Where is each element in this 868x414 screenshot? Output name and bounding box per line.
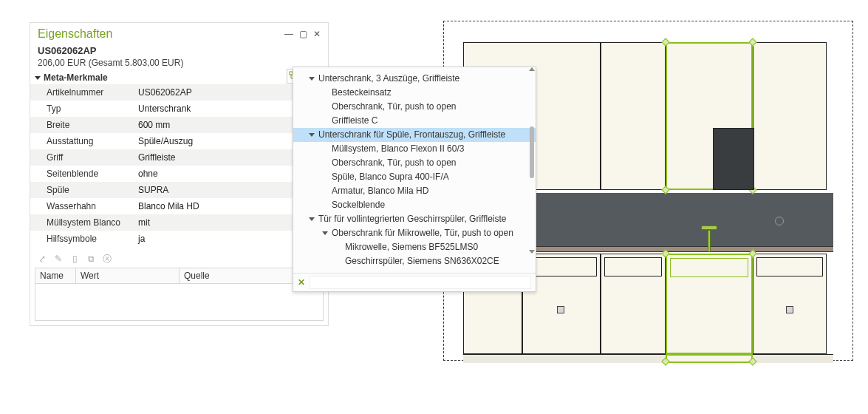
scroll-down-icon[interactable] bbox=[529, 250, 535, 254]
tree-item[interactable]: Griffleiste C bbox=[293, 114, 536, 128]
drawer bbox=[670, 258, 748, 277]
property-row[interactable]: Breite600 mm bbox=[30, 117, 328, 133]
tree-item-label: Oberschrank für Mikrowelle, Tür, push to… bbox=[330, 227, 528, 240]
chevron-down-icon bbox=[35, 76, 41, 80]
property-row[interactable]: Müllsystem Blancomit bbox=[30, 214, 328, 231]
tree-item[interactable]: Sockelblende bbox=[293, 198, 536, 212]
hob-ring-icon bbox=[775, 217, 784, 225]
scrollbar[interactable] bbox=[530, 69, 534, 252]
property-row[interactable]: AusstattungSpüle/Auszug bbox=[30, 133, 328, 149]
maximize-icon[interactable]: ▢ bbox=[299, 30, 307, 38]
tree-item[interactable]: Unterschrank für Spüle, Frontauszug, Gri… bbox=[293, 128, 536, 142]
handle-icon bbox=[786, 306, 793, 313]
tree-item-label: Unterschrank, 3 Auszüge, Griffleiste bbox=[317, 72, 528, 85]
chevron-down-icon[interactable] bbox=[307, 217, 317, 221]
custom-attributes-area: ⤤ ✎ ▯ ⧉ ⓧ Name Wert Quelle bbox=[30, 247, 328, 325]
drawer bbox=[756, 257, 823, 276]
item-code: US062062AP bbox=[30, 45, 328, 56]
toekick bbox=[463, 354, 833, 363]
base-cabinet-selected[interactable] bbox=[666, 254, 753, 354]
filter-input[interactable] bbox=[310, 276, 531, 289]
copy-icon[interactable]: ⧉ bbox=[85, 253, 97, 265]
base-cabinet[interactable] bbox=[601, 254, 666, 354]
eyedropper-icon[interactable]: ✎ bbox=[52, 253, 64, 265]
tree-item[interactable]: Spüle, Blanco Supra 400-IF/A bbox=[293, 170, 536, 184]
tree-item-label: Armatur, Blanco Mila HD bbox=[330, 185, 528, 197]
tree-item[interactable]: Geschirrspüler, Siemens SN636X02CE bbox=[293, 254, 536, 268]
tree-item-label: Griffleiste C bbox=[330, 115, 528, 127]
drawer bbox=[604, 257, 662, 276]
panel-header: Eigenschaften — ▢ ✕ bbox=[30, 23, 328, 42]
col-value[interactable]: Wert bbox=[76, 268, 180, 283]
hierarchy-popup: Unterschrank, 3 Auszüge, GriffleisteBest… bbox=[293, 67, 536, 292]
property-label: Ausstattung bbox=[30, 133, 134, 149]
attr-columns: Name Wert Quelle bbox=[35, 268, 324, 284]
tree-item-label: Geschirrspüler, Siemens SN636X02CE bbox=[344, 255, 528, 268]
property-row[interactable]: GriffGriffleiste bbox=[30, 149, 328, 166]
delete-icon[interactable]: ⓧ bbox=[101, 253, 113, 265]
attr-body-empty bbox=[35, 284, 324, 321]
add-icon[interactable]: ⤤ bbox=[36, 253, 48, 265]
tree-item[interactable]: Oberschrank für Mikrowelle, Tür, push to… bbox=[293, 226, 536, 240]
property-label: Breite bbox=[30, 117, 134, 133]
property-row[interactable]: Hilfssymboleja bbox=[30, 231, 328, 247]
minimize-icon[interactable]: — bbox=[284, 30, 293, 38]
hierarchy-tree[interactable]: Unterschrank, 3 Auszüge, GriffleisteBest… bbox=[293, 67, 536, 273]
attribute-toolbar: ⤤ ✎ ▯ ⧉ ⓧ bbox=[36, 253, 324, 265]
tree-item-label: Unterschrank für Spüle, Frontauszug, Gri… bbox=[317, 129, 528, 141]
tree-item-label: Spüle, Blanco Supra 400-IF/A bbox=[330, 171, 528, 183]
microwave-panel[interactable] bbox=[713, 128, 754, 190]
tree-item[interactable]: Mikrowelle, Siemens BF525LMS0 bbox=[293, 240, 536, 254]
tree-item-label: Mikrowelle, Siemens BF525LMS0 bbox=[344, 241, 528, 254]
scroll-up-icon[interactable] bbox=[529, 67, 535, 71]
tree-item[interactable]: Armatur, Blanco Mila HD bbox=[293, 184, 536, 198]
page-icon[interactable]: ▯ bbox=[69, 253, 81, 265]
tree-item[interactable]: Müllsystem, Blanco Flexon II 60/3 bbox=[293, 142, 536, 156]
upper-cabinet[interactable] bbox=[601, 42, 666, 190]
faucet-stem bbox=[708, 230, 711, 252]
meta-section-header[interactable]: Meta-Merkmale bbox=[30, 71, 328, 84]
window-controls: — ▢ ✕ bbox=[284, 30, 321, 38]
property-row[interactable]: ArtikelnummerUS062062AP bbox=[30, 84, 328, 101]
property-label: Typ bbox=[30, 101, 134, 117]
tree-item[interactable]: Unterschrank, 3 Auszüge, Griffleiste bbox=[293, 72, 536, 86]
panel-title: Eigenschaften bbox=[38, 27, 284, 41]
col-name[interactable]: Name bbox=[35, 268, 76, 283]
tree-item-label: Oberschrank, Tür, push to open bbox=[330, 101, 528, 113]
clear-filter-button[interactable]: ✕ bbox=[298, 277, 305, 288]
properties-table: ArtikelnummerUS062062APTypUnterschrankBr… bbox=[30, 84, 328, 247]
chevron-down-icon[interactable] bbox=[320, 231, 330, 235]
property-row[interactable]: WasserhahnBlanco Mila HD bbox=[30, 198, 328, 214]
tree-footer: ✕ bbox=[293, 273, 536, 291]
handle-icon bbox=[557, 306, 564, 313]
tree-item-label: Besteckeinsatz bbox=[330, 86, 528, 99]
tree-item[interactable]: Oberschrank, Tür, push to open bbox=[293, 156, 536, 170]
section-title: Meta-Merkmale bbox=[44, 72, 108, 83]
tree-item-label: Sockelblende bbox=[330, 199, 528, 211]
tree-item[interactable]: Oberschrank, Tür, push to open bbox=[293, 100, 536, 114]
property-row[interactable]: SpüleSUPRA bbox=[30, 182, 328, 198]
property-label: Artikelnummer bbox=[30, 84, 134, 101]
tree-item-label: Oberschrank, Tür, push to open bbox=[330, 157, 528, 169]
tree-item[interactable]: Besteckeinsatz bbox=[293, 86, 536, 100]
property-row[interactable]: Seitenblendeohne bbox=[30, 166, 328, 182]
chevron-down-icon[interactable] bbox=[307, 77, 317, 81]
property-label: Müllsystem Blanco bbox=[30, 214, 134, 231]
chevron-down-icon[interactable] bbox=[307, 133, 317, 137]
property-label: Griff bbox=[30, 149, 134, 166]
upper-cabinet[interactable] bbox=[753, 42, 827, 190]
drawer bbox=[526, 257, 597, 276]
base-cabinet[interactable] bbox=[753, 254, 827, 354]
property-label: Wasserhahn bbox=[30, 198, 134, 214]
price-line: 206,00 EUR (Gesamt 5.803,00 EUR) bbox=[30, 58, 328, 68]
property-row[interactable]: TypUnterschrank bbox=[30, 101, 328, 117]
faucet-icon[interactable] bbox=[704, 225, 714, 252]
properties-panel: Eigenschaften — ▢ ✕ US062062AP 206,00 EU… bbox=[30, 22, 329, 326]
property-label: Spüle bbox=[30, 182, 134, 198]
scroll-thumb[interactable] bbox=[530, 126, 534, 178]
toekick-selected[interactable] bbox=[666, 354, 753, 363]
tree-item-label: Tür für vollintegrierten Geschirrspüler,… bbox=[317, 213, 528, 225]
close-icon[interactable]: ✕ bbox=[313, 30, 321, 38]
tree-item-label: Müllsystem, Blanco Flexon II 60/3 bbox=[330, 143, 528, 155]
tree-item[interactable]: Tür für vollintegrierten Geschirrspüler,… bbox=[293, 212, 536, 226]
